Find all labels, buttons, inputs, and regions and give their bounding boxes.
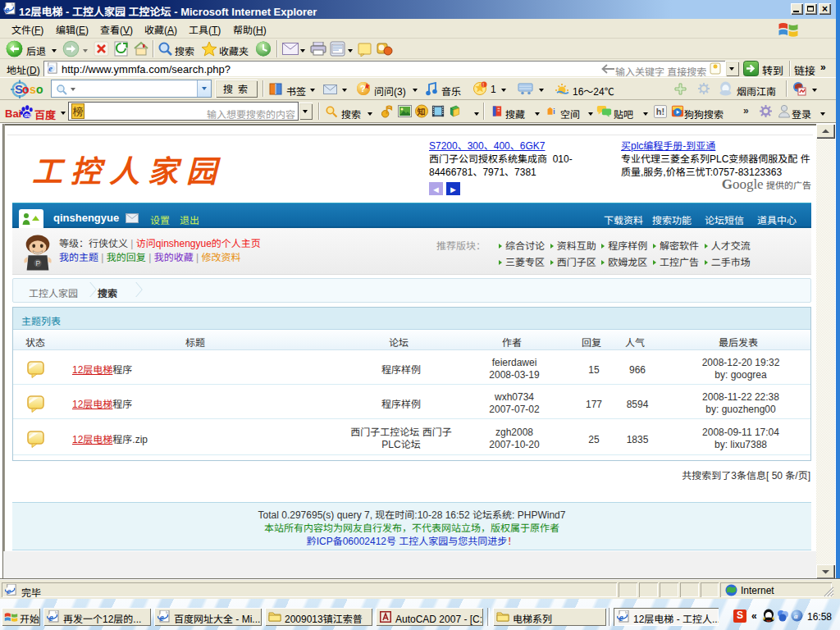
svg-text:a: a: [794, 612, 798, 620]
svg-text:o: o: [36, 83, 43, 96]
svg-text:e: e: [160, 612, 165, 623]
svg-text:e: e: [619, 612, 624, 623]
svg-text:e: e: [7, 586, 11, 596]
svg-text:e: e: [5, 4, 10, 16]
svg-text:?: ?: [360, 84, 366, 94]
svg-text:i: i: [553, 108, 555, 116]
svg-text:!: !: [482, 82, 484, 88]
svg-text:s: s: [30, 83, 36, 96]
svg-text:du: du: [25, 112, 31, 118]
svg-text:P: P: [36, 259, 41, 267]
svg-text:e: e: [48, 64, 52, 73]
svg-text:知: 知: [417, 105, 426, 117]
svg-text:e: e: [49, 612, 54, 623]
svg-text:o: o: [22, 83, 30, 96]
